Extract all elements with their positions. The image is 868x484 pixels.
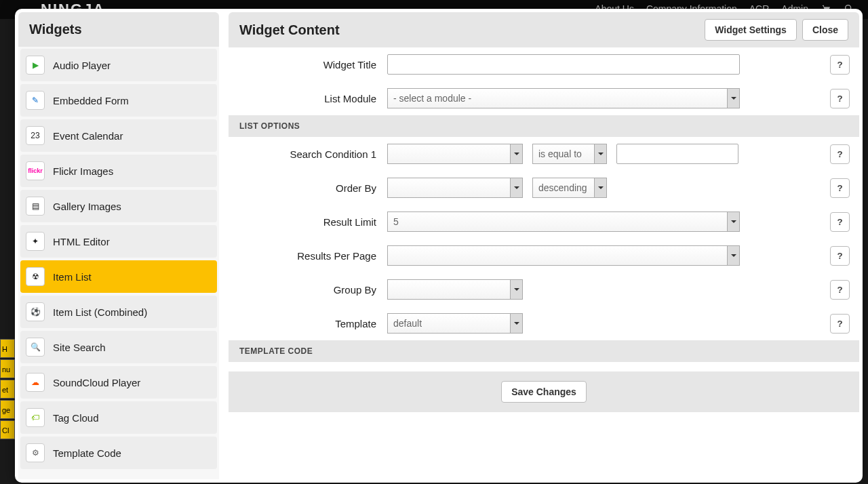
code-icon: ⚙ [26,443,45,462]
sidebar-item-label: Site Search [53,342,106,353]
sidebar-item-label: HTML Editor [53,236,110,247]
sidebar-item-label: Item List [53,271,92,283]
help-icon[interactable]: ? [830,55,850,75]
sidebar-item-label: Audio Player [53,60,111,71]
row-template: Template default ? [229,306,859,340]
content-panel: Widget Content Widget Settings Close Wid… [229,12,859,479]
search-icon: 🔍 [26,338,45,357]
close-button[interactable]: Close [802,19,848,41]
section-template-code: TEMPLATE CODE [229,340,859,362]
flickr-icon: flickr [26,161,45,180]
sidebar-item-label: Event Calendar [53,130,123,142]
row-group-by: Group By ? [229,273,859,306]
row-search-condition: Search Condition 1 is equal to ? [229,137,859,171]
group-by-select[interactable] [387,279,523,300]
sidebar-item-item-list-combined-[interactable]: ⚽Item List (Combined) [20,296,217,328]
label-list-module: List Module [229,93,376,104]
sidebar-item-site-search[interactable]: 🔍Site Search [20,331,217,363]
sidebar-item-template-code[interactable]: ⚙Template Code [20,437,217,469]
sidebar-item-tag-cloud[interactable]: 🏷Tag Cloud [20,401,217,434]
widget-title-input[interactable] [387,54,740,75]
search-field-select[interactable] [387,144,523,164]
sidebar-item-label: Template Code [53,447,121,459]
row-result-limit: Result Limit 5 ? [229,205,859,239]
help-icon[interactable]: ? [830,280,850,300]
label-search-condition: Search Condition 1 [229,148,376,160]
play-icon: ▶ [26,56,45,75]
background-tabs: HnuetgeCl [0,339,15,468]
widget-list[interactable]: ▶Audio Player✎Embedded Form23Event Calen… [18,47,219,479]
help-icon[interactable]: ? [830,246,850,266]
content-title: Widget Content [239,22,340,38]
sidebar-item-embedded-form[interactable]: ✎Embedded Form [20,84,217,117]
order-by-field-select[interactable] [387,178,523,198]
label-template: Template [229,318,376,329]
sidebar-item-html-editor[interactable]: ✦HTML Editor [20,225,217,258]
list-module-select[interactable]: - select a module - [387,88,740,108]
gallery-icon: ▤ [26,197,45,216]
template-select[interactable]: default [387,313,523,334]
save-bar: Save Changes [229,371,859,412]
sidebar-item-soundcloud-player[interactable]: ☁SoundCloud Player [20,366,217,399]
section-list-options: LIST OPTIONS [229,115,859,137]
save-changes-button[interactable]: Save Changes [501,381,587,403]
modal-dialog: Widgets ▶Audio Player✎Embedded Form23Eve… [15,9,863,483]
help-icon[interactable]: ? [830,89,850,108]
search-operator-select[interactable]: is equal to [532,144,607,164]
combined-icon: ⚽ [26,302,45,321]
sidebar: Widgets ▶Audio Player✎Embedded Form23Eve… [18,12,219,479]
label-result-limit: Result Limit [229,216,376,228]
tag-icon: 🏷 [26,408,45,427]
widget-settings-button[interactable]: Widget Settings [705,19,797,41]
form-icon: ✎ [26,91,45,110]
row-order-by: Order By descending ? [229,171,859,205]
sidebar-item-item-list[interactable]: ☢Item List [20,260,217,293]
help-icon[interactable]: ? [830,144,850,164]
sidebar-item-label: Gallery Images [53,201,121,212]
help-icon[interactable]: ? [830,178,850,198]
result-limit-select[interactable]: 5 [387,211,740,232]
sidebar-item-label: Item List (Combined) [53,306,147,318]
sidebar-item-label: Embedded Form [53,95,129,106]
sound-icon: ☁ [26,373,45,392]
sidebar-item-flickr-images[interactable]: flickrFlickr Images [20,155,217,187]
label-widget-title: Widget Title [229,59,376,70]
sidebar-item-label: Flickr Images [53,165,113,177]
help-icon[interactable]: ? [830,314,850,334]
order-by-dir-select[interactable]: descending [532,178,607,198]
item-icon: ☢ [26,267,45,286]
sidebar-item-label: Tag Cloud [53,412,99,424]
sidebar-item-event-calendar[interactable]: 23Event Calendar [20,119,217,152]
row-widget-title: Widget Title ? [229,47,859,81]
sidebar-title: Widgets [18,12,219,47]
label-results-per-page: Results Per Page [229,250,376,262]
sidebar-item-gallery-images[interactable]: ▤Gallery Images [20,190,217,222]
cal-icon: 23 [26,126,45,145]
sidebar-item-audio-player[interactable]: ▶Audio Player [20,49,217,81]
content-header: Widget Content Widget Settings Close [229,12,859,47]
row-list-module: List Module - select a module - ? [229,81,859,115]
results-per-page-select[interactable] [387,245,740,266]
html-icon: ✦ [26,232,45,251]
sidebar-item-label: SoundCloud Player [53,377,140,388]
row-results-per-page: Results Per Page ? [229,239,859,273]
label-group-by: Group By [229,284,376,296]
help-icon[interactable]: ? [830,212,850,232]
form-area: Widget Title ? List Module - select a mo… [229,47,859,479]
search-value-input[interactable] [616,144,738,164]
label-order-by: Order By [229,182,376,194]
